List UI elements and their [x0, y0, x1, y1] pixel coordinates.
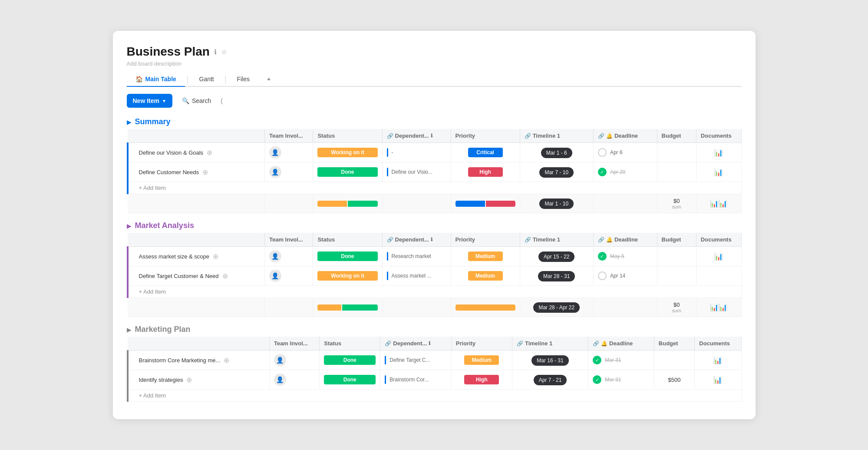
add-item-cell[interactable]: + Add Item	[128, 390, 742, 402]
timeline-badge: Mar 1 - 6	[541, 148, 572, 158]
priority-badge[interactable]: Medium	[468, 271, 503, 281]
document-icon[interactable]: 📊	[714, 149, 723, 156]
avatar[interactable]: 👤	[269, 146, 281, 159]
row-budget-cell	[657, 143, 696, 162]
status-badge[interactable]: Working on it	[317, 271, 377, 281]
summary-status-cell	[313, 194, 382, 213]
add-person-icon[interactable]: ⊕	[213, 252, 218, 261]
row-docs-cell: 📊	[695, 370, 741, 390]
board-title-row: Business Plan ℹ ☆	[127, 45, 742, 59]
star-icon[interactable]: ☆	[221, 48, 227, 56]
new-item-button[interactable]: New Item ▼	[127, 94, 172, 108]
add-item-row[interactable]: + Add Item	[128, 390, 742, 402]
status-badge[interactable]: Done	[317, 251, 377, 261]
col-header-priority: Priority	[451, 129, 520, 143]
document-icon[interactable]: 📊	[713, 376, 722, 384]
priority-badge[interactable]: High	[468, 167, 503, 177]
row-status-cell[interactable]: Working on it	[313, 143, 382, 162]
board-header: Business Plan ℹ ☆ Add board description	[127, 45, 742, 67]
row-priority-cell[interactable]: Medium	[451, 351, 512, 370]
priority-segment	[486, 201, 515, 207]
row-deadline-cell: Apr 6	[593, 143, 657, 162]
row-deadline-cell: ✓ Mar 31	[588, 351, 654, 370]
section-title: Market Analysis	[135, 221, 194, 230]
row-priority-cell[interactable]: High	[451, 370, 512, 390]
row-docs-cell: 📊	[696, 143, 741, 162]
tab-gantt[interactable]: Gantt	[191, 72, 223, 87]
progress-segment	[317, 304, 341, 311]
timeline-badge: Apr 15 - 22	[538, 251, 574, 262]
table-market-analysis: Team Invol... Status 🔗 Dependent... ℹ Pr…	[127, 233, 742, 317]
summary-row: Mar 28 - Apr 22 $0sum 📊📊	[128, 298, 742, 317]
summary-budget-cell: $0sum	[657, 194, 696, 213]
section-header-marketing-plan: ▶ Marketing Plan	[127, 321, 742, 337]
avatar[interactable]: 👤	[269, 166, 281, 178]
home-icon: 🏠	[135, 76, 143, 83]
row-priority-cell[interactable]: High	[451, 162, 520, 182]
document-icon: 📊	[719, 304, 727, 311]
section-toggle-icon[interactable]: ▶	[127, 222, 132, 229]
section-toggle-icon[interactable]: ▶	[127, 119, 132, 126]
document-icon[interactable]: 📊	[714, 169, 723, 176]
budget-value: $0sum	[662, 198, 692, 209]
priority-segment	[455, 304, 515, 311]
priority-badge[interactable]: High	[464, 375, 499, 384]
row-status-cell[interactable]: Working on it	[313, 266, 382, 286]
row-priority-cell[interactable]: Critical	[451, 143, 520, 162]
tab-add[interactable]: +	[258, 72, 279, 87]
row-item-name: Identify strategies	[139, 377, 183, 383]
status-badge[interactable]: Done	[317, 167, 377, 177]
col-header-name	[128, 233, 265, 247]
board-description[interactable]: Add board description	[127, 60, 742, 67]
priority-badge[interactable]: Medium	[468, 251, 503, 261]
row-status-cell[interactable]: Done	[313, 247, 382, 266]
row-budget-cell: $500	[654, 370, 694, 390]
priority-badge[interactable]: Critical	[468, 148, 503, 157]
row-priority-cell[interactable]: Medium	[451, 247, 520, 266]
budget-value: $0sum	[662, 301, 692, 313]
document-icon[interactable]: 📊	[713, 357, 722, 364]
col-header-budget: Budget	[657, 129, 696, 143]
tab-files[interactable]: Files	[228, 72, 258, 87]
add-person-icon[interactable]: ⊕	[202, 168, 208, 176]
status-badge[interactable]: Working on it	[317, 148, 377, 157]
avatar[interactable]: 👤	[269, 270, 281, 282]
add-item-cell[interactable]: + Add Item	[128, 286, 742, 298]
dependency-text: -	[392, 149, 393, 156]
summary-name-cell	[128, 298, 265, 317]
row-status-cell[interactable]: Done	[320, 370, 380, 390]
row-status-cell[interactable]: Done	[313, 162, 382, 182]
add-person-icon[interactable]: ⊕	[222, 272, 228, 280]
status-badge[interactable]: Done	[324, 375, 376, 384]
tab-main-table[interactable]: 🏠 Main Table	[127, 72, 185, 87]
row-priority-cell[interactable]: Medium	[451, 266, 520, 286]
row-timeline-cell: Mar 7 - 10	[520, 162, 593, 182]
dependency-text: Assess market ...	[392, 273, 432, 279]
add-person-icon[interactable]: ⊕	[186, 376, 192, 384]
priority-badge[interactable]: Medium	[464, 355, 499, 365]
dependency-text: Define our Visio...	[392, 169, 433, 175]
circle-icon	[598, 271, 607, 280]
col-header-documents: Documents	[696, 233, 741, 247]
search-button[interactable]: 🔍 Search	[178, 95, 215, 107]
add-person-icon[interactable]: ⊕	[224, 356, 229, 364]
row-team-cell: 👤	[264, 162, 313, 182]
col-header-deadline: 🔗 🔔 Deadline	[588, 337, 654, 351]
row-status-cell[interactable]: Done	[320, 351, 380, 370]
avatar[interactable]: 👤	[274, 354, 286, 366]
info-icon[interactable]: ℹ	[214, 48, 217, 56]
chevron-down-icon: ▼	[162, 99, 166, 103]
avatar[interactable]: 👤	[269, 250, 281, 262]
section-title: Summary	[135, 117, 171, 126]
summary-team-cell	[264, 298, 313, 317]
section-toggle-icon[interactable]: ▶	[127, 326, 132, 333]
deadline-text: Mar 31	[605, 377, 621, 383]
avatar[interactable]: 👤	[274, 374, 286, 386]
status-badge[interactable]: Done	[324, 355, 376, 365]
add-item-cell[interactable]: + Add Item	[128, 182, 742, 194]
summary-priority-cell	[451, 298, 520, 317]
add-item-row[interactable]: + Add Item	[128, 182, 742, 194]
document-icon[interactable]: 📊	[714, 253, 723, 260]
add-person-icon[interactable]: ⊕	[207, 149, 212, 157]
add-item-row[interactable]: + Add Item	[128, 286, 742, 298]
